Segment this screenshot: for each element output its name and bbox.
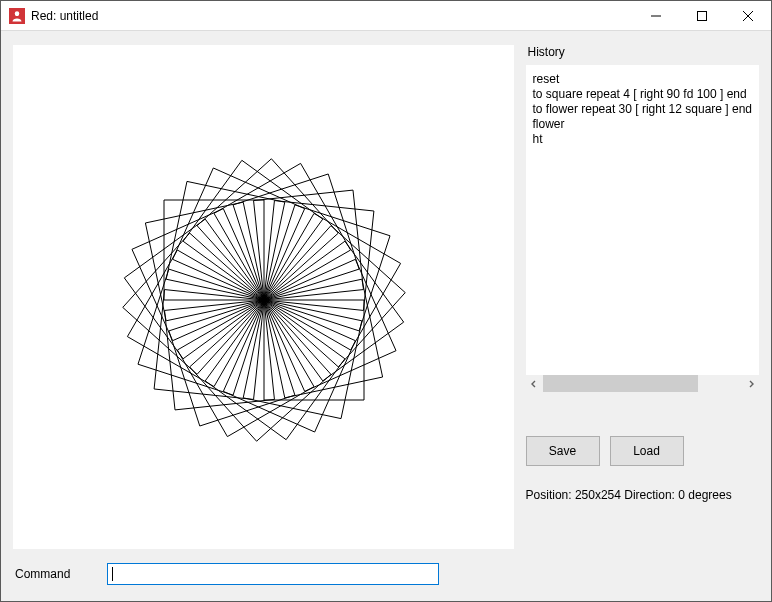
svg-line-4: [743, 11, 753, 21]
svg-line-55: [132, 249, 173, 340]
svg-line-114: [264, 259, 355, 300]
svg-line-108: [338, 293, 405, 367]
svg-line-43: [127, 337, 214, 387]
button-row: Save Load: [526, 436, 759, 466]
svg-line-13: [223, 300, 264, 391]
svg-line-54: [173, 300, 264, 341]
save-button[interactable]: Save: [526, 436, 600, 466]
svg-line-70: [173, 259, 264, 300]
svg-rect-3: [698, 11, 707, 20]
command-row: Command: [13, 563, 759, 591]
window-title: Red: untitled: [31, 9, 98, 23]
close-button[interactable]: [725, 1, 771, 31]
svg-point-1: [15, 11, 19, 15]
command-label: Command: [15, 567, 89, 581]
svg-line-39: [138, 364, 233, 395]
content-area: History reset to square repeat 4 [ right…: [1, 31, 771, 601]
titlebar: Red: untitled: [1, 1, 771, 31]
svg-line-117: [264, 300, 305, 391]
svg-line-73: [264, 209, 305, 300]
history-scrollbar[interactable]: [526, 375, 759, 392]
minimize-button[interactable]: [633, 1, 679, 31]
svg-line-95: [274, 201, 373, 211]
svg-line-87: [233, 174, 328, 205]
svg-line-111: [345, 241, 404, 322]
svg-line-59: [145, 223, 166, 321]
side-panel: History reset to square repeat 4 [ right…: [526, 45, 759, 553]
svg-line-51: [124, 278, 183, 359]
text-caret: [112, 567, 113, 581]
svg-line-5: [743, 11, 753, 21]
app-icon: [9, 8, 25, 24]
status-line: Position: 250x254 Direction: 0 degrees: [526, 488, 759, 502]
scroll-thumb[interactable]: [543, 375, 699, 392]
svg-line-71: [173, 168, 214, 259]
svg-line-91: [254, 190, 353, 200]
svg-line-119: [362, 279, 383, 377]
history-label: History: [528, 45, 759, 59]
app-window: Red: untitled History reset to square re…: [0, 0, 772, 602]
svg-rect-0: [9, 8, 25, 24]
svg-line-31: [175, 399, 274, 409]
svg-line-115: [355, 259, 396, 350]
load-button[interactable]: Load: [610, 436, 684, 466]
svg-line-10: [264, 300, 355, 341]
scroll-right-icon[interactable]: [742, 375, 759, 392]
command-input[interactable]: [107, 563, 439, 585]
scroll-track[interactable]: [543, 375, 742, 392]
history-list[interactable]: reset to square repeat 4 [ right 90 fd 1…: [526, 65, 759, 375]
upper-row: History reset to square repeat 4 [ right…: [13, 45, 759, 553]
svg-line-103: [314, 213, 401, 263]
svg-line-99: [295, 205, 390, 236]
svg-line-57: [223, 209, 264, 300]
drawing-canvas: [13, 45, 514, 549]
maximize-button[interactable]: [679, 1, 725, 31]
svg-line-116: [305, 351, 396, 392]
svg-line-35: [154, 389, 253, 399]
svg-line-79: [197, 159, 271, 226]
